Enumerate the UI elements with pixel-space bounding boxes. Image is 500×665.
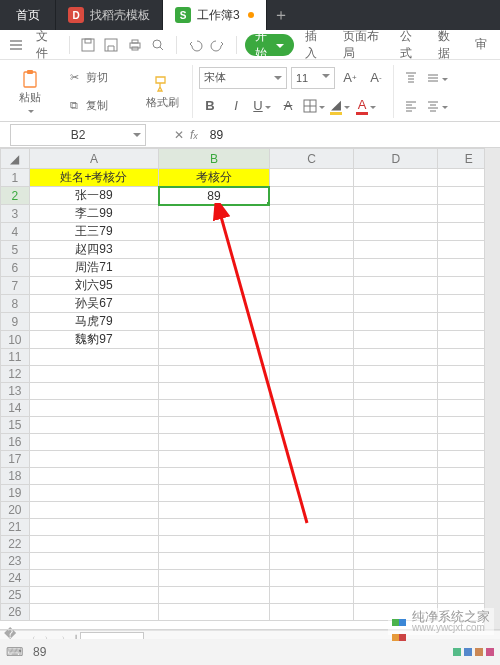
cell[interactable] — [269, 502, 353, 519]
cell[interactable] — [159, 604, 270, 621]
format-painter-button[interactable]: 格式刷 — [138, 64, 186, 120]
cell[interactable] — [269, 383, 353, 400]
cell[interactable] — [159, 313, 270, 331]
vertical-scrollbar[interactable] — [484, 148, 500, 629]
tab-new-button[interactable]: ＋ — [267, 0, 295, 30]
cell[interactable] — [159, 205, 270, 223]
tab-home[interactable]: 首页 — [0, 0, 56, 30]
row-header[interactable]: 16 — [1, 434, 30, 451]
font-color-button[interactable]: A — [355, 95, 377, 117]
menu-page-layout[interactable]: 页面布局 — [336, 28, 389, 62]
cell[interactable] — [269, 485, 353, 502]
align-middle-v-button[interactable] — [426, 67, 448, 89]
cell[interactable]: 魏豹97 — [29, 331, 158, 349]
cell[interactable] — [354, 241, 438, 259]
decrease-font-button[interactable]: A- — [365, 67, 387, 89]
align-center-button[interactable] — [426, 95, 448, 117]
row-header[interactable]: 1 — [1, 169, 30, 187]
bold-button[interactable]: B — [199, 95, 221, 117]
italic-button[interactable]: I — [225, 95, 247, 117]
cell[interactable] — [159, 451, 270, 468]
cell[interactable] — [29, 604, 158, 621]
cell[interactable] — [159, 553, 270, 570]
cell[interactable]: 姓名+考核分 — [29, 169, 158, 187]
menu-insert[interactable]: 插入 — [298, 28, 332, 62]
cell[interactable] — [269, 169, 353, 187]
border-button[interactable] — [303, 95, 325, 117]
cell[interactable] — [159, 570, 270, 587]
row-header[interactable]: 8 — [1, 295, 30, 313]
row-header[interactable]: 21 — [1, 519, 30, 536]
row-header[interactable]: 7 — [1, 277, 30, 295]
cell[interactable] — [29, 383, 158, 400]
row-header[interactable]: 17 — [1, 451, 30, 468]
cell[interactable]: 张一89 — [29, 187, 158, 205]
row-header[interactable]: 9 — [1, 313, 30, 331]
cell[interactable] — [354, 519, 438, 536]
row-header[interactable]: 3 — [1, 205, 30, 223]
cell[interactable] — [159, 295, 270, 313]
cell[interactable] — [269, 553, 353, 570]
row-header[interactable]: 26 — [1, 604, 30, 621]
cell[interactable] — [269, 417, 353, 434]
col-header-a[interactable]: A — [29, 149, 158, 169]
col-header-b[interactable]: B — [159, 149, 270, 169]
cell[interactable] — [159, 331, 270, 349]
status-view-controls[interactable] — [453, 648, 494, 656]
cell[interactable] — [159, 417, 270, 434]
app-menu-button[interactable] — [6, 33, 26, 57]
cell[interactable] — [354, 400, 438, 417]
cell[interactable] — [269, 223, 353, 241]
row-header[interactable]: 6 — [1, 259, 30, 277]
cell[interactable]: 王三79 — [29, 223, 158, 241]
cell[interactable] — [354, 502, 438, 519]
cell[interactable] — [269, 451, 353, 468]
cell[interactable] — [354, 417, 438, 434]
fx-function-icon[interactable]: fx — [190, 128, 198, 142]
cell[interactable] — [269, 519, 353, 536]
cell[interactable]: 孙吴67 — [29, 295, 158, 313]
row-header[interactable]: 2 — [1, 187, 30, 205]
row-header[interactable]: 11 — [1, 349, 30, 366]
row-header[interactable]: 18 — [1, 468, 30, 485]
name-box[interactable]: B2 — [10, 124, 146, 146]
cell[interactable] — [159, 349, 270, 366]
row-header[interactable]: 12 — [1, 366, 30, 383]
menu-review[interactable]: 审 — [468, 36, 494, 53]
row-header[interactable]: 15 — [1, 417, 30, 434]
cell[interactable] — [354, 587, 438, 604]
tab-workbook[interactable]: S 工作簿3 — [163, 0, 267, 30]
cell[interactable] — [269, 241, 353, 259]
cell[interactable] — [159, 277, 270, 295]
cell[interactable] — [269, 349, 353, 366]
cell[interactable] — [159, 383, 270, 400]
align-left-button[interactable] — [400, 95, 422, 117]
formula-bar[interactable]: 89 — [210, 128, 223, 142]
cell[interactable] — [159, 519, 270, 536]
cell[interactable] — [159, 223, 270, 241]
col-header-c[interactable]: C — [269, 149, 353, 169]
row-header[interactable]: 5 — [1, 241, 30, 259]
paste-button[interactable]: 粘贴 — [6, 64, 54, 120]
increase-font-button[interactable]: A+ — [339, 67, 361, 89]
cell[interactable] — [159, 241, 270, 259]
cell[interactable] — [29, 485, 158, 502]
cell[interactable] — [29, 451, 158, 468]
cell[interactable] — [159, 366, 270, 383]
cell[interactable]: 刘六95 — [29, 277, 158, 295]
cell[interactable] — [159, 259, 270, 277]
cell[interactable]: 李二99 — [29, 205, 158, 223]
cell[interactable] — [29, 536, 158, 553]
cell[interactable] — [269, 187, 353, 205]
cell[interactable]: 周浩71 — [29, 259, 158, 277]
cell[interactable] — [354, 169, 438, 187]
cell[interactable] — [269, 331, 353, 349]
cell[interactable] — [354, 295, 438, 313]
cell[interactable] — [354, 205, 438, 223]
spreadsheet-grid[interactable]: ◢ A B C D E 1姓名+考核分考核分2张一89893李二994王三795… — [0, 148, 500, 630]
cell[interactable] — [269, 604, 353, 621]
cell[interactable] — [354, 187, 438, 205]
cell[interactable] — [354, 366, 438, 383]
cell[interactable] — [269, 434, 353, 451]
cell[interactable] — [269, 400, 353, 417]
